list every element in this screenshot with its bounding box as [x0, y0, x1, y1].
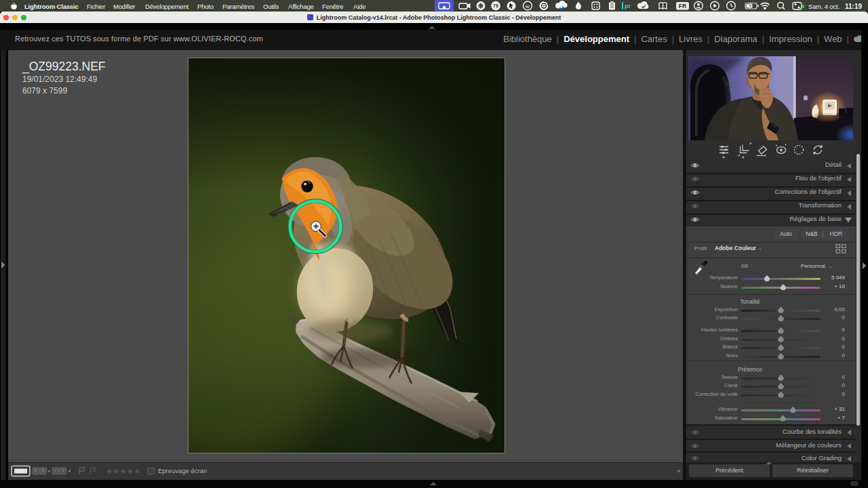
svg-text:FR: FR: [679, 3, 686, 9]
svg-text:Y: Y: [61, 468, 64, 473]
svg-text:R: R: [41, 468, 45, 473]
svg-text:w: w: [525, 3, 530, 9]
svg-text:76: 76: [493, 3, 498, 9]
svg-text:Epreuvage écran: Epreuvage écran: [158, 467, 207, 474]
svg-text:R: R: [34, 468, 37, 473]
svg-text:★★★★★: ★★★★★: [106, 467, 141, 475]
svg-text:pr: pr: [625, 3, 631, 9]
svg-text:Y: Y: [54, 468, 57, 473]
